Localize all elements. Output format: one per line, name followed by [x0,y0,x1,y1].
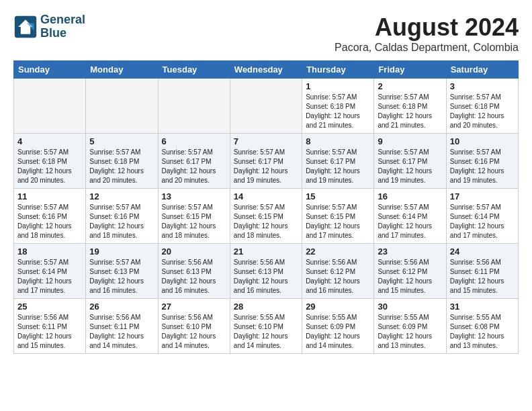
day-info: Sunrise: 5:57 AM Sunset: 6:18 PM Dayligh… [306,93,370,130]
calendar-cell: 20Sunrise: 5:56 AM Sunset: 6:13 PM Dayli… [158,244,230,299]
day-number: 8 [306,136,370,146]
calendar-cell: 17Sunrise: 5:57 AM Sunset: 6:14 PM Dayli… [446,189,518,244]
day-number: 9 [378,136,442,146]
day-number: 11 [17,191,82,201]
calendar-cell: 2Sunrise: 5:57 AM Sunset: 6:18 PM Daylig… [374,79,446,134]
day-number: 28 [234,302,298,312]
day-info: Sunrise: 5:57 AM Sunset: 6:14 PM Dayligh… [378,203,442,240]
calendar-week-row: 11Sunrise: 5:57 AM Sunset: 6:16 PM Dayli… [14,189,519,244]
day-info: Sunrise: 5:57 AM Sunset: 6:17 PM Dayligh… [234,148,298,185]
title-section: August 2024 Pacora, Caldas Department, C… [335,13,519,54]
day-info: Sunrise: 5:56 AM Sunset: 6:13 PM Dayligh… [234,258,298,295]
day-number: 7 [234,136,298,146]
day-info: Sunrise: 5:57 AM Sunset: 6:16 PM Dayligh… [17,203,82,240]
day-number: 21 [234,246,298,257]
calendar-cell: 31Sunrise: 5:55 AM Sunset: 6:08 PM Dayli… [446,299,518,354]
day-info: Sunrise: 5:56 AM Sunset: 6:12 PM Dayligh… [306,258,370,295]
calendar-cell: 18Sunrise: 5:57 AM Sunset: 6:14 PM Dayli… [14,244,86,299]
calendar-cell: 8Sunrise: 5:57 AM Sunset: 6:17 PM Daylig… [302,134,374,189]
day-number: 1 [306,81,370,91]
day-number: 18 [17,246,82,257]
calendar-cell: 1Sunrise: 5:57 AM Sunset: 6:18 PM Daylig… [302,79,374,134]
calendar-cell: 13Sunrise: 5:57 AM Sunset: 6:15 PM Dayli… [158,189,230,244]
day-number: 13 [162,191,226,201]
day-info: Sunrise: 5:57 AM Sunset: 6:18 PM Dayligh… [89,148,154,185]
calendar-cell: 6Sunrise: 5:57 AM Sunset: 6:17 PM Daylig… [158,134,230,189]
day-number: 30 [378,302,442,312]
day-number: 20 [162,246,226,257]
day-number: 16 [378,191,442,201]
day-info: Sunrise: 5:57 AM Sunset: 6:16 PM Dayligh… [89,203,154,240]
day-number: 26 [89,302,154,312]
day-number: 25 [17,302,82,312]
calendar-cell [14,79,86,134]
day-info: Sunrise: 5:56 AM Sunset: 6:11 PM Dayligh… [89,313,154,351]
day-number: 22 [306,246,370,257]
day-number: 24 [450,246,515,257]
day-info: Sunrise: 5:57 AM Sunset: 6:18 PM Dayligh… [17,148,82,185]
day-number: 10 [450,136,515,146]
calendar-cell: 26Sunrise: 5:56 AM Sunset: 6:11 PM Dayli… [86,299,158,354]
weekday-header: Tuesday [158,61,230,79]
calendar-cell: 23Sunrise: 5:56 AM Sunset: 6:12 PM Dayli… [374,244,446,299]
weekday-header: Sunday [14,61,86,79]
calendar: SundayMondayTuesdayWednesdayThursdayFrid… [13,60,519,354]
day-info: Sunrise: 5:57 AM Sunset: 6:18 PM Dayligh… [378,93,442,130]
day-info: Sunrise: 5:56 AM Sunset: 6:10 PM Dayligh… [162,313,226,351]
page-header: General Blue August 2024 Pacora, Caldas … [13,13,519,54]
calendar-cell: 11Sunrise: 5:57 AM Sunset: 6:16 PM Dayli… [14,189,86,244]
day-info: Sunrise: 5:57 AM Sunset: 6:15 PM Dayligh… [234,203,298,240]
logo-line2: Blue [40,27,85,40]
day-info: Sunrise: 5:57 AM Sunset: 6:13 PM Dayligh… [89,258,154,295]
day-number: 19 [89,246,154,257]
calendar-cell: 21Sunrise: 5:56 AM Sunset: 6:13 PM Dayli… [230,244,302,299]
day-number: 12 [89,191,154,201]
day-number: 31 [450,302,515,312]
logo: General Blue [13,13,85,40]
day-info: Sunrise: 5:56 AM Sunset: 6:12 PM Dayligh… [378,258,442,295]
calendar-cell: 25Sunrise: 5:56 AM Sunset: 6:11 PM Dayli… [14,299,86,354]
calendar-cell [86,79,158,134]
calendar-cell: 7Sunrise: 5:57 AM Sunset: 6:17 PM Daylig… [230,134,302,189]
day-number: 27 [162,302,226,312]
calendar-cell: 16Sunrise: 5:57 AM Sunset: 6:14 PM Dayli… [374,189,446,244]
weekday-header: Friday [374,61,446,79]
day-number: 5 [89,136,154,146]
day-number: 4 [17,136,82,146]
day-info: Sunrise: 5:57 AM Sunset: 6:16 PM Dayligh… [450,148,515,185]
day-info: Sunrise: 5:57 AM Sunset: 6:14 PM Dayligh… [450,203,515,240]
calendar-week-row: 1Sunrise: 5:57 AM Sunset: 6:18 PM Daylig… [14,79,519,134]
day-info: Sunrise: 5:55 AM Sunset: 6:09 PM Dayligh… [378,313,442,351]
weekday-header: Saturday [446,61,518,79]
day-info: Sunrise: 5:55 AM Sunset: 6:10 PM Dayligh… [234,313,298,351]
weekday-header-row: SundayMondayTuesdayWednesdayThursdayFrid… [14,61,519,79]
calendar-cell [230,79,302,134]
day-number: 15 [306,191,370,201]
day-info: Sunrise: 5:57 AM Sunset: 6:17 PM Dayligh… [378,148,442,185]
day-number: 14 [234,191,298,201]
day-info: Sunrise: 5:56 AM Sunset: 6:11 PM Dayligh… [450,258,515,295]
logo-icon [13,15,38,39]
calendar-cell: 12Sunrise: 5:57 AM Sunset: 6:16 PM Dayli… [86,189,158,244]
calendar-cell: 5Sunrise: 5:57 AM Sunset: 6:18 PM Daylig… [86,134,158,189]
day-number: 2 [378,81,442,91]
day-info: Sunrise: 5:55 AM Sunset: 6:08 PM Dayligh… [450,313,515,351]
day-number: 23 [378,246,442,257]
day-number: 17 [450,191,515,201]
day-info: Sunrise: 5:57 AM Sunset: 6:15 PM Dayligh… [162,203,226,240]
day-info: Sunrise: 5:56 AM Sunset: 6:13 PM Dayligh… [162,258,226,295]
calendar-cell: 10Sunrise: 5:57 AM Sunset: 6:16 PM Dayli… [446,134,518,189]
calendar-week-row: 4Sunrise: 5:57 AM Sunset: 6:18 PM Daylig… [14,134,519,189]
calendar-cell: 27Sunrise: 5:56 AM Sunset: 6:10 PM Dayli… [158,299,230,354]
day-info: Sunrise: 5:57 AM Sunset: 6:18 PM Dayligh… [450,93,515,130]
day-info: Sunrise: 5:57 AM Sunset: 6:14 PM Dayligh… [17,258,82,295]
calendar-cell: 24Sunrise: 5:56 AM Sunset: 6:11 PM Dayli… [446,244,518,299]
day-info: Sunrise: 5:57 AM Sunset: 6:17 PM Dayligh… [306,148,370,185]
location: Pacora, Caldas Department, Colombia [335,42,519,54]
calendar-cell: 3Sunrise: 5:57 AM Sunset: 6:18 PM Daylig… [446,79,518,134]
logo-text: General Blue [40,13,85,40]
weekday-header: Wednesday [230,61,302,79]
calendar-week-row: 18Sunrise: 5:57 AM Sunset: 6:14 PM Dayli… [14,244,519,299]
calendar-cell: 15Sunrise: 5:57 AM Sunset: 6:15 PM Dayli… [302,189,374,244]
weekday-header: Thursday [302,61,374,79]
